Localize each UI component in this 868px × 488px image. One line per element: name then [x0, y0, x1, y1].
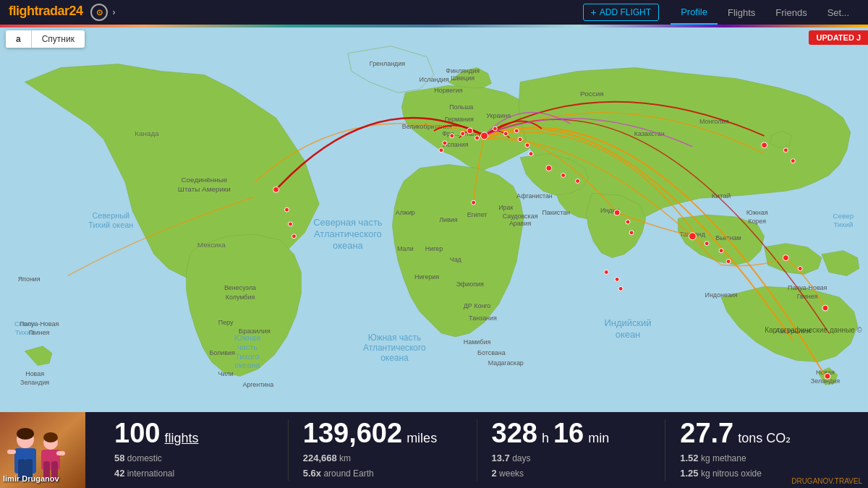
svg-text:Афганистан: Афганистан: [516, 192, 553, 200]
hours-number: 328: [492, 419, 537, 447]
svg-point-90: [443, 141, 447, 145]
svg-point-87: [529, 152, 533, 156]
svg-point-96: [626, 220, 630, 224]
svg-point-127: [17, 428, 34, 440]
nav-friends[interactable]: Friends: [765, 0, 817, 25]
avatar-section: limir Druganov: [0, 412, 85, 488]
svg-text:Папуа-Новая: Папуа-Новая: [20, 320, 59, 328]
nav-profile[interactable]: Profile: [671, 0, 718, 25]
svg-text:Россия: Россия: [580, 90, 604, 98]
svg-text:Эфиопия: Эфиопия: [456, 281, 484, 288]
svg-point-98: [689, 233, 696, 240]
svg-text:океана: океана: [234, 361, 260, 369]
svg-point-80: [467, 128, 473, 134]
svg-point-82: [493, 127, 497, 131]
svg-point-81: [475, 136, 480, 140]
svg-text:Бразилия: Бразилия: [239, 327, 271, 335]
days-label: days: [512, 453, 530, 463]
earth-number: 5.6x: [303, 468, 321, 479]
methane-number: 1.52: [680, 453, 698, 463]
svg-text:Финляндия: Финляндия: [446, 67, 480, 74]
stat-co2-main: 27.7 tons CO₂: [680, 419, 839, 447]
svg-text:Мадагаскар: Мадагаскар: [488, 359, 524, 367]
international-label: international: [127, 468, 174, 479]
mins-label: min: [588, 431, 609, 446]
svg-text:океан: океан: [616, 329, 640, 340]
domestic-number: 58: [114, 453, 124, 463]
svg-text:Аргентина: Аргентина: [242, 381, 273, 388]
svg-text:Нигер: Нигер: [425, 245, 443, 252]
svg-point-86: [525, 143, 529, 147]
svg-text:Атлантического: Атлантического: [363, 343, 426, 353]
svg-text:Новая: Новая: [25, 370, 44, 377]
svg-text:Гренландия: Гренландия: [370, 60, 405, 67]
color-bar: [0, 25, 868, 27]
svg-text:Ливия: Ливия: [439, 216, 458, 223]
svg-point-88: [461, 132, 465, 136]
nitrous-label: kg nitrous oxide: [701, 468, 762, 479]
svg-rect-130: [56, 451, 65, 455]
svg-point-110: [289, 222, 293, 226]
svg-text:Атлантического: Атлантического: [314, 228, 382, 239]
svg-text:Тихий: Тихий: [833, 221, 853, 228]
svg-text:Соединённые: Соединённые: [181, 176, 227, 184]
add-flight-label: ADD FLIGHT: [600, 7, 651, 17]
methane-label: kg methane: [701, 453, 746, 463]
svg-text:Боливия: Боливия: [209, 349, 235, 356]
svg-text:Канада: Канада: [135, 129, 159, 137]
svg-text:Чили: Чили: [218, 370, 234, 377]
map-copyright: Картографические данные ©: [765, 326, 862, 334]
svg-point-114: [822, 305, 828, 311]
svg-point-99: [705, 241, 709, 246]
svg-text:Штаты Америки: Штаты Америки: [178, 185, 231, 193]
svg-text:Чад: Чад: [450, 256, 462, 263]
km-label: km: [339, 453, 351, 463]
time-sub: 13.7 days 2 weeks: [492, 451, 651, 481]
svg-text:океана: океана: [380, 353, 409, 363]
svg-point-94: [576, 179, 580, 183]
svg-text:Ирак: Ирак: [498, 204, 513, 211]
days-number: 13.7: [492, 453, 510, 463]
svg-point-101: [726, 260, 731, 264]
add-flight-button[interactable]: + ADD FLIGHT: [583, 4, 660, 21]
nav-flights[interactable]: Flights: [718, 0, 765, 25]
svg-text:Монголия: Монголия: [699, 118, 728, 125]
svg-point-115: [825, 373, 830, 379]
svg-point-84: [514, 129, 519, 133]
svg-point-93: [561, 173, 566, 177]
svg-text:ДР Конго: ДР Конго: [464, 302, 491, 309]
svg-point-85: [518, 137, 522, 142]
svg-text:Перу: Перу: [218, 319, 234, 326]
svg-text:Колумбия: Колумбия: [226, 294, 255, 301]
stats-panel: limir Druganov 100 flights 58 domestic 4…: [0, 412, 868, 488]
stat-time: 328 h 16 min 13.7 days 2 weeks: [477, 419, 666, 481]
svg-text:Северный: Северный: [92, 211, 129, 220]
svg-text:Швеция: Швеция: [451, 74, 475, 82]
map-toggle-map[interactable]: а: [6, 30, 31, 48]
header-nav: + ADD FLIGHT Profile Flights Friends Set…: [583, 0, 859, 25]
miles-label: miles: [407, 431, 437, 446]
stats-content: 100 flights 58 domestic 42 international…: [85, 412, 868, 488]
user-name: limir Druganov: [3, 474, 82, 484]
svg-text:океана: океана: [333, 240, 363, 251]
svg-point-89: [450, 134, 454, 138]
svg-text:Южная часть: Южная часть: [368, 333, 421, 343]
svg-text:Аравия: Аравия: [509, 220, 532, 227]
co2-label: tons CO₂: [738, 430, 791, 446]
svg-point-91: [439, 148, 443, 153]
svg-point-92: [546, 166, 552, 171]
map-toggle-satellite[interactable]: Спутник: [32, 30, 85, 48]
svg-text:Гвинея: Гвинея: [797, 293, 818, 300]
svg-text:Южная: Южная: [746, 209, 768, 216]
map-container[interactable]: а Спутник UPDATED J: [0, 25, 868, 412]
nav-settings[interactable]: Set...: [817, 0, 859, 25]
updated-badge: UPDATED J: [809, 30, 868, 45]
svg-point-113: [798, 267, 802, 271]
svg-text:Зеландия: Зеландия: [20, 379, 49, 386]
flights-label[interactable]: flights: [164, 431, 198, 446]
stat-flights-main: 100 flights: [114, 419, 273, 447]
svg-point-112: [783, 255, 788, 261]
international-number: 42: [114, 468, 124, 479]
svg-point-79: [481, 132, 488, 140]
svg-point-105: [762, 142, 767, 148]
